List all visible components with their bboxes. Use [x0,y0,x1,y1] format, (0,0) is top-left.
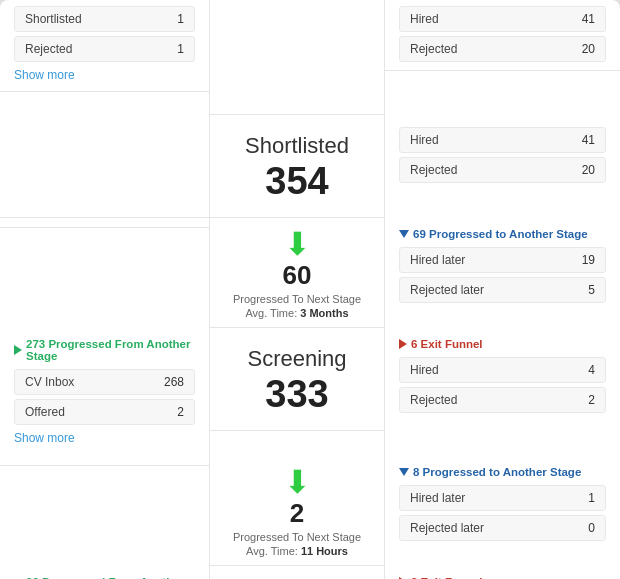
assignment-stage-box: Assignment 22 [210,566,384,579]
screening-progressed-header-text: 8 Progressed to Another Stage [413,466,581,478]
screening-stage-col: Screening 333 [210,328,385,456]
screening-stage-count: 333 [265,374,328,416]
hired-row-top: Hired 41 [399,6,606,32]
rejected-later-row-2: Rejected later 0 [399,515,606,541]
hired-later-value-1: 19 [582,253,595,267]
shortlisted-progressed-right: 69 Progressed to Another Stage Hired lat… [385,218,620,328]
top-right-partial: Hired 41 Rejected 20 [385,0,620,115]
screening-avg-label: Avg. Time: [246,545,298,557]
assignment-stage-col: Assignment 22 [210,566,385,579]
rejected-row-top-right: Rejected 20 [399,36,606,62]
screening-right: 6 Exit Funnel Hired 4 Rejected 2 [385,328,620,456]
rejected-row-top: Rejected 1 [14,36,195,62]
hired-later-row-2: Hired later 1 [399,485,606,511]
triangle-right-icon-2 [399,339,407,349]
rejected-later-row-1: Rejected later 5 [399,277,606,303]
screening-exit-header-text: 6 Exit Funnel [411,338,483,350]
assignment-left-section: 20 Progressed From Another Stage CV Inbo… [0,566,209,579]
rejected-later-label-1: Rejected later [410,283,484,297]
shortlisted-rejected-row: Rejected 20 [399,157,606,183]
cv-inbox-row: CV Inbox 268 [14,369,195,395]
triangle-down-icon-1 [399,230,409,238]
top-mid-partial [210,0,385,115]
screening-progressed-label: Progressed To Next Stage [220,531,374,543]
screening-avg-time: Avg. Time: 11 Hours [220,545,374,557]
shortlisted-value-top: 1 [177,12,184,26]
hired-later-label-2: Hired later [410,491,465,505]
shortlisted-exit: Hired 41 Rejected 20 [385,115,620,193]
screening-exit-header: 6 Exit Funnel [399,338,606,350]
triangle-right-icon-1 [14,345,22,355]
offered-row: Offered 2 [14,399,195,425]
shortlisted-progressed-header: 69 Progressed to Another Stage [399,228,606,240]
top-right-stats: Hired 41 Rejected 20 [385,0,620,71]
shortlisted-rejected-label: Rejected [410,163,457,177]
shortlisted-stage-count: 354 [265,161,328,203]
rejected-label-top: Rejected [25,42,72,56]
screening-arrow-left [0,456,210,566]
screening-progressed-header: 273 Progressed From Another Stage [14,338,195,362]
shortlisted-avg-value: 3 Months [300,307,348,319]
screening-hired-label: Hired [410,363,439,377]
cv-inbox-label: CV Inbox [25,375,74,389]
rejected-later-value-2: 0 [588,521,595,535]
shortlisted-avg-label: Avg. Time: [245,307,297,319]
screening-hired-row: Hired 4 [399,357,606,383]
shortlisted-right: Hired 41 Rejected 20 [385,115,620,218]
shortlisted-label-top: Shortlisted [25,12,82,26]
offered-label: Offered [25,405,65,419]
screening-arrow-box: ⬇ 2 Progressed To Next Stage Avg. Time: … [210,456,384,566]
screening-hired-value: 4 [588,363,595,377]
screening-avg-value: 11 Hours [301,545,348,557]
hired-value-top: 41 [582,12,595,26]
assignment-exit-section: 2 Exit Funnel Hired 2 Rejected 0 [385,566,620,579]
triangle-down-icon-2 [399,468,409,476]
shortlisted-arrow-left [0,218,210,328]
hired-later-value-2: 1 [588,491,595,505]
top-left-partial: Shortlisted 1 Rejected 1 Show more [0,0,210,115]
screening-arrow-row: ⬇ 2 Progressed To Next Stage Avg. Time: … [0,456,620,566]
assignment-right: 2 Exit Funnel Hired 2 Rejected 0 [385,566,620,579]
screening-progressed-header-text: 273 Progressed From Another Stage [26,338,195,362]
shortlisted-row: Shortlisted 354 Hired 41 Rejected 20 [0,115,620,218]
screening-exit-section: 6 Exit Funnel Hired 4 Rejected 2 [385,328,620,423]
offered-value: 2 [177,405,184,419]
shortlisted-stage-col: Shortlisted 354 [210,115,385,218]
arrow-down-icon-1: ⬇ [220,228,374,260]
shortlisted-rejected-value: 20 [582,163,595,177]
screening-progressed-right: 8 Progressed to Another Stage Hired late… [385,456,620,566]
shortlisted-progressed-count: 60 [220,260,374,291]
shortlisted-arrow-row: ⬇ 60 Progressed To Next Stage Avg. Time:… [0,218,620,328]
screening-stage-name: Screening [247,346,346,372]
screening-arrow-mid: ⬇ 2 Progressed To Next Stage Avg. Time: … [210,456,385,566]
shortlisted-hired-label: Hired [410,133,439,147]
top-partial-row: Shortlisted 1 Rejected 1 Show more Hired… [0,0,620,115]
screening-progressed-header: 8 Progressed to Another Stage [399,466,606,478]
screening-progressed-section: 8 Progressed to Another Stage Hired late… [385,456,620,551]
shortlisted-arrow-box: ⬇ 60 Progressed To Next Stage Avg. Time:… [210,218,384,328]
rejected-later-value-1: 5 [588,283,595,297]
show-more-screening[interactable]: Show more [14,431,75,445]
screening-row: 273 Progressed From Another Stage CV Inb… [0,328,620,456]
shortlisted-progressed-section: 69 Progressed to Another Stage Hired lat… [385,218,620,313]
screening-rejected-label: Rejected [410,393,457,407]
shortlisted-arrow-mid: ⬇ 60 Progressed To Next Stage Avg. Time:… [210,218,385,328]
screening-stage-box: Screening 333 [210,328,384,431]
screening-left: 273 Progressed From Another Stage CV Inb… [0,328,210,456]
show-more-top[interactable]: Show more [14,68,75,82]
shortlisted-progressed-label: Progressed To Next Stage [220,293,374,305]
assignment-left: 20 Progressed From Another Stage CV Inbo… [0,566,210,579]
shortlisted-avg-time: Avg. Time: 3 Months [220,307,374,319]
hired-later-row-1: Hired later 19 [399,247,606,273]
shortlisted-stage-name: Shortlisted [245,133,349,159]
rejected-label-top-right: Rejected [410,42,457,56]
rejected-value-top: 1 [177,42,184,56]
screening-rejected-value: 2 [588,393,595,407]
shortlisted-hired-row: Hired 41 [399,127,606,153]
rejected-later-label-2: Rejected later [410,521,484,535]
screening-progressed-count: 2 [220,498,374,529]
assignment-row: 20 Progressed From Another Stage CV Inbo… [0,566,620,579]
shortlisted-stage-box: Shortlisted 354 [210,115,384,218]
main-card: Shortlisted 1 Rejected 1 Show more Hired… [0,0,620,579]
rejected-value-top-right: 20 [582,42,595,56]
